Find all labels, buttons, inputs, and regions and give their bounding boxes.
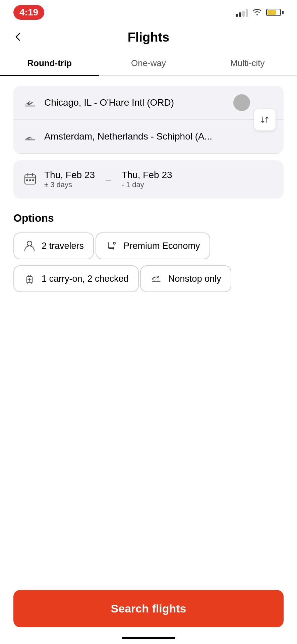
date-content: Thu, Feb 23 ± 3 days – Thu, Feb 23 - 1 d… bbox=[44, 170, 274, 189]
header: Flights bbox=[0, 23, 297, 51]
departure-row[interactable]: Chicago, IL - O'Hare Intl (ORD) bbox=[13, 86, 284, 120]
location-card: Chicago, IL - O'Hare Intl (ORD) Amsterda… bbox=[13, 86, 284, 154]
destination-text: Amsterdam, Netherlands - Schiphol (A... bbox=[44, 131, 247, 142]
status-bar: 4:19 ⚡ bbox=[0, 0, 297, 23]
date-to-sub: - 1 day bbox=[122, 180, 172, 189]
svg-rect-7 bbox=[29, 179, 31, 181]
seat-icon bbox=[106, 240, 118, 252]
wifi-icon bbox=[252, 8, 262, 17]
svg-point-9 bbox=[27, 241, 32, 246]
page-title: Flights bbox=[128, 30, 170, 45]
calendar-icon bbox=[23, 172, 37, 187]
options-title: Options bbox=[13, 212, 284, 224]
svg-point-10 bbox=[113, 242, 115, 244]
date-to-main: Thu, Feb 23 bbox=[122, 170, 172, 180]
options-section: Options 2 travelers Premium Economy bbox=[0, 212, 297, 298]
departure-icon bbox=[23, 95, 37, 110]
cabin-chip[interactable]: Premium Economy bbox=[96, 232, 210, 259]
search-flights-button[interactable]: Search flights bbox=[13, 590, 284, 627]
tab-round-trip[interactable]: Round-trip bbox=[0, 51, 99, 75]
date-to: Thu, Feb 23 - 1 day bbox=[122, 170, 172, 189]
bags-label: 1 carry-on, 2 checked bbox=[42, 274, 129, 284]
svg-rect-6 bbox=[26, 179, 28, 181]
cabin-label: Premium Economy bbox=[124, 241, 200, 251]
status-icons: ⚡ bbox=[236, 8, 284, 17]
tab-one-way[interactable]: One-way bbox=[99, 51, 198, 75]
svg-point-15 bbox=[31, 283, 32, 284]
destination-row[interactable]: Amsterdam, Netherlands - Schiphol (A... bbox=[13, 120, 284, 154]
luggage-icon bbox=[23, 273, 36, 285]
signal-icon bbox=[236, 8, 248, 17]
battery-icon: ⚡ bbox=[266, 9, 284, 16]
svg-point-14 bbox=[27, 283, 28, 284]
date-from-sub: ± 3 days bbox=[44, 180, 95, 189]
swap-button[interactable] bbox=[254, 109, 276, 130]
date-from: Thu, Feb 23 ± 3 days bbox=[44, 170, 95, 189]
svg-rect-8 bbox=[32, 179, 34, 181]
date-separator: – bbox=[106, 174, 111, 185]
search-btn-container: Search flights bbox=[13, 590, 284, 627]
drag-handle bbox=[233, 94, 250, 111]
travelers-label: 2 travelers bbox=[42, 241, 84, 251]
search-form: Chicago, IL - O'Hare Intl (ORD) Amsterda… bbox=[0, 86, 297, 199]
date-card[interactable]: Thu, Feb 23 ± 3 days – Thu, Feb 23 - 1 d… bbox=[13, 160, 284, 199]
trip-type-tabs: Round-trip One-way Multi-city bbox=[0, 51, 297, 76]
status-time: 4:19 bbox=[13, 5, 44, 20]
options-chips: 2 travelers Premium Economy 1 carry-on, … bbox=[13, 232, 284, 298]
destination-icon bbox=[23, 129, 37, 144]
date-from-main: Thu, Feb 23 bbox=[44, 170, 95, 180]
home-indicator bbox=[122, 637, 175, 639]
back-button[interactable] bbox=[13, 32, 23, 43]
nonstop-chip[interactable]: Nonstop only bbox=[140, 265, 231, 292]
travelers-chip[interactable]: 2 travelers bbox=[13, 232, 94, 259]
nonstop-label: Nonstop only bbox=[168, 274, 221, 284]
bags-chip[interactable]: 1 carry-on, 2 checked bbox=[13, 265, 139, 292]
person-icon bbox=[23, 240, 36, 252]
tab-multi-city[interactable]: Multi-city bbox=[198, 51, 297, 75]
nonstop-icon bbox=[150, 273, 162, 285]
